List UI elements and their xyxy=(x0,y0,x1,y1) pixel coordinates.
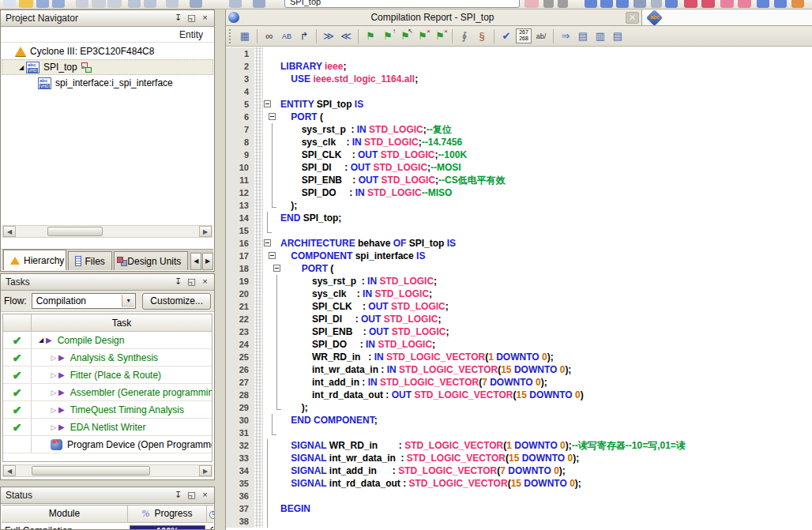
tab-vhdl-file[interactable]: abc xyxy=(642,9,812,25)
bookmark-margin[interactable] xyxy=(254,123,263,136)
fold-margin[interactable] xyxy=(263,401,280,414)
project-navigator-hscrollbar[interactable]: ◀ ▶ xyxy=(2,225,212,238)
fold-margin[interactable] xyxy=(263,123,280,136)
fold-margin[interactable] xyxy=(263,427,280,439)
scroll-left-icon[interactable]: ◀ xyxy=(3,465,16,476)
caret-collapsed-icon[interactable]: ▷ xyxy=(49,389,58,397)
fold-margin[interactable] xyxy=(263,212,280,224)
fold-margin[interactable] xyxy=(263,136,280,148)
fold-margin[interactable] xyxy=(263,60,280,73)
bookmark-margin[interactable] xyxy=(254,401,263,414)
bookmark-margin[interactable] xyxy=(254,502,263,515)
fold-margin[interactable] xyxy=(263,148,280,161)
caret-expanded-icon[interactable]: ◢ xyxy=(17,64,26,71)
bookmark-delete-icon[interactable]: ⚑× xyxy=(415,28,430,44)
bookmark-margin[interactable] xyxy=(254,389,263,401)
fold-margin[interactable] xyxy=(263,47,280,60)
tree-item[interactable]: Cyclone III: EP3C120F484C8 xyxy=(2,43,213,59)
pin-icon[interactable]: ↧ xyxy=(172,276,184,288)
fold-margin[interactable] xyxy=(263,237,280,250)
caret-collapsed-icon[interactable]: ▷ xyxy=(49,371,58,379)
toolbar-icon-clipped[interactable] xyxy=(774,0,787,8)
float-icon[interactable]: ◱ xyxy=(186,276,197,288)
toolbar-icon-clipped[interactable] xyxy=(665,0,678,8)
tab-files[interactable]: Files xyxy=(68,251,112,270)
bookmark-delete-all-icon[interactable]: ⚑× xyxy=(432,28,448,44)
toolbar-icon-clipped[interactable] xyxy=(633,0,646,8)
fold-box-icon[interactable] xyxy=(264,100,271,107)
bookmark-margin[interactable] xyxy=(254,237,263,250)
fold-margin[interactable] xyxy=(263,363,280,376)
bookmark-margin[interactable] xyxy=(254,98,263,111)
line-counter[interactable]: 267268 xyxy=(516,28,532,44)
pin-icon[interactable]: ↧ xyxy=(172,13,184,24)
follow-icon[interactable]: ⇒ xyxy=(558,28,573,44)
toolbar-icon-clipped[interactable] xyxy=(52,0,65,8)
fold-margin[interactable] xyxy=(263,224,280,237)
fold-box-icon[interactable] xyxy=(269,252,276,259)
fold-margin[interactable] xyxy=(263,98,280,111)
bookmark-margin[interactable] xyxy=(254,275,263,288)
fold-margin[interactable] xyxy=(263,262,280,275)
tasks-hscrollbar[interactable]: ◀ ▶ xyxy=(2,464,212,477)
float-icon[interactable]: ◱ xyxy=(186,13,197,24)
toolbar-icon-clipped[interactable] xyxy=(543,0,554,8)
unindent-icon[interactable]: ≪ xyxy=(338,28,354,44)
bookmark-margin[interactable] xyxy=(254,250,263,262)
indent-icon[interactable]: ≫ xyxy=(321,28,336,44)
bookmark-margin[interactable] xyxy=(254,515,263,528)
task-row[interactable]: ✔▷▶Assembler (Generate programming xyxy=(3,384,212,401)
attach-icon[interactable]: ∮ xyxy=(457,28,472,44)
bookmark-margin[interactable] xyxy=(254,224,263,237)
float-icon[interactable]: ◱ xyxy=(186,490,197,501)
bookmark-margin[interactable] xyxy=(254,439,263,452)
fold-margin[interactable] xyxy=(263,288,280,300)
bookmark-margin[interactable] xyxy=(254,325,263,338)
bookmark-margin[interactable] xyxy=(254,111,263,123)
bookmark-margin[interactable] xyxy=(254,136,263,148)
toolbar-icon-clipped[interactable] xyxy=(701,0,715,8)
toolbar-icon-clipped[interactable] xyxy=(720,0,734,8)
fold-box-icon[interactable] xyxy=(273,265,280,272)
task-row[interactable]: Program Device (Open Programmer) xyxy=(3,436,212,453)
fold-block-icon[interactable]: ▥ xyxy=(592,28,608,44)
bookmark-margin[interactable] xyxy=(254,427,263,439)
toolbar-icon-clipped[interactable] xyxy=(92,0,106,8)
fold-margin[interactable] xyxy=(263,174,280,186)
toolbar-icon-clipped[interactable] xyxy=(651,0,662,8)
toolbar-icon-clipped[interactable] xyxy=(757,0,769,8)
fold-margin[interactable] xyxy=(263,351,280,363)
toolbar-icon-clipped[interactable] xyxy=(128,0,141,8)
toolbar-icon-clipped[interactable] xyxy=(585,0,597,8)
bookmark-margin[interactable] xyxy=(254,464,263,477)
fold-margin[interactable] xyxy=(263,338,280,351)
tab-scroll-right-icon[interactable]: ▶ xyxy=(202,253,213,270)
fold-margin[interactable] xyxy=(263,85,280,98)
toolbar-icon-clipped[interactable] xyxy=(36,0,49,8)
revision-combobox[interactable]: SPI_top xyxy=(284,0,520,8)
fold-margin[interactable] xyxy=(263,300,280,313)
task-row[interactable]: ✔▷▶Analysis & Synthesis xyxy=(3,349,212,366)
toolbar-icon-clipped[interactable] xyxy=(524,0,539,8)
close-tab-icon[interactable]: ✕ xyxy=(626,12,639,24)
toolbar-icon-clipped[interactable] xyxy=(738,0,751,8)
fold-margin[interactable] xyxy=(263,275,280,288)
toolbar-icon-clipped[interactable] xyxy=(3,0,16,8)
bookmark-margin[interactable] xyxy=(254,288,263,300)
report-icon[interactable]: ▦ xyxy=(237,28,253,44)
bookmark-next-icon[interactable]: ⚑↑ xyxy=(380,28,396,44)
scroll-thumb[interactable] xyxy=(32,466,150,475)
bookmark-margin[interactable] xyxy=(254,60,263,73)
fold-margin[interactable] xyxy=(263,111,280,123)
fold-margin[interactable] xyxy=(263,186,280,199)
fold-margin[interactable] xyxy=(263,477,280,490)
toolbar-icon-clipped[interactable] xyxy=(558,0,568,8)
fold-margin[interactable] xyxy=(263,313,280,325)
tab-hierarchy[interactable]: Hierarchy xyxy=(3,250,66,270)
bookmark-margin[interactable] xyxy=(254,414,263,427)
find-icon[interactable]: ∞ xyxy=(261,28,277,44)
customize-button[interactable]: Customize... xyxy=(142,293,211,310)
fold-margin[interactable] xyxy=(263,515,280,528)
word-wrap-toggle[interactable]: ab/ xyxy=(533,28,549,44)
close-icon[interactable]: × xyxy=(199,490,211,501)
